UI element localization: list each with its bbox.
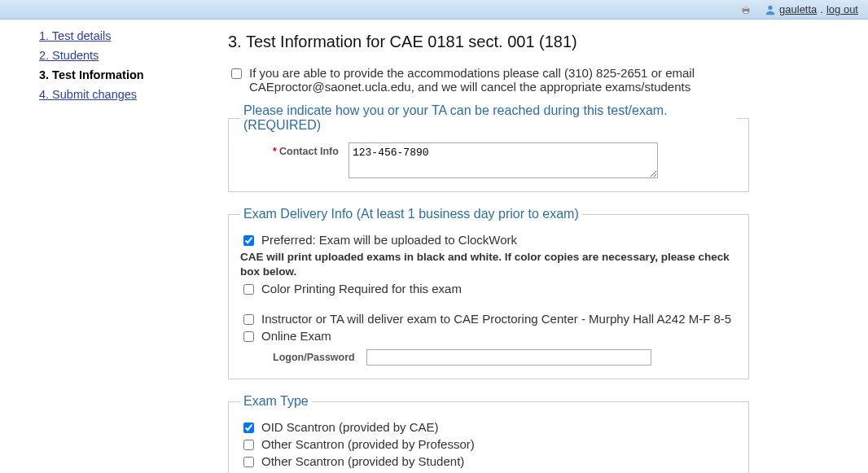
topbar: gauletta . log out	[0, 0, 868, 20]
examtype-row-2: Other Scantron (provided by Student)	[240, 454, 737, 470]
examtype-label-1: Other Scantron (provided by Professor)	[261, 437, 475, 451]
online-row: Online Exam	[240, 329, 737, 344]
contact-label: * Contact Info	[273, 142, 339, 157]
print-note: CAE will print uploaded exams in black a…	[240, 250, 737, 278]
user-separator: .	[820, 3, 823, 15]
sidebar-item-students[interactable]: 2. Students	[39, 49, 205, 62]
accommodation-checkbox[interactable]	[231, 68, 242, 79]
deliver-checkbox[interactable]	[243, 314, 254, 325]
deliver-label: Instructor or TA will deliver exam to CA…	[261, 312, 731, 326]
sidebar-item-test-details[interactable]: 1. Test details	[39, 29, 205, 42]
contact-fieldset: Please indicate how you or your TA can b…	[228, 103, 749, 192]
examtype-checkbox-2[interactable]	[243, 457, 254, 467]
accommodation-row: If you are able to provide the accommoda…	[228, 66, 749, 94]
main: 3. Test Information for CAE 0181 sect. 0…	[212, 20, 765, 473]
color-row: Color Printing Required for this exam	[240, 282, 737, 297]
logon-row: Logon/Password	[273, 349, 737, 366]
color-label: Color Printing Required for this exam	[261, 282, 462, 296]
sidebar-item-submit-changes[interactable]: 4. Submit changes	[39, 88, 205, 101]
svg-rect-2	[743, 11, 747, 13]
preferred-label: Preferred: Exam will be uploaded to Cloc…	[261, 233, 517, 247]
examtype-checkbox-1[interactable]	[243, 440, 254, 450]
examtype-label-2: Other Scantron (provided by Student)	[261, 454, 464, 468]
user-icon	[765, 4, 776, 15]
exam-type-fieldset: Exam Type OID Scantron (provided by CAE)…	[228, 394, 749, 473]
online-checkbox[interactable]	[243, 331, 254, 342]
svg-point-3	[768, 5, 772, 9]
user-area: gauletta . log out	[765, 3, 858, 15]
svg-rect-1	[743, 6, 747, 9]
examtype-label-0: OID Scantron (provided by CAE)	[261, 420, 439, 434]
color-checkbox[interactable]	[243, 284, 254, 295]
page-title: 3. Test Information for CAE 0181 sect. 0…	[228, 33, 749, 51]
contact-row: * Contact Info	[273, 142, 737, 178]
deliver-row: Instructor or TA will deliver exam to CA…	[240, 312, 737, 327]
accommodation-text: If you are able to provide the accommoda…	[249, 66, 749, 94]
printer-icon[interactable]	[740, 4, 752, 15]
logon-label: Logon/Password	[273, 352, 355, 363]
delivery-fieldset: Exam Delivery Info (At least 1 business …	[228, 207, 749, 379]
contact-legend: Please indicate how you or your TA can b…	[240, 103, 737, 133]
delivery-legend: Exam Delivery Info (At least 1 business …	[240, 207, 582, 221]
username-link[interactable]: gauletta	[779, 3, 817, 15]
examtype-row-1: Other Scantron (provided by Professor)	[240, 437, 737, 453]
examtype-checkbox-0[interactable]	[243, 423, 254, 433]
page: 1. Test details 2. Students 3. Test Info…	[0, 20, 868, 473]
online-label: Online Exam	[261, 329, 331, 343]
exam-type-legend: Exam Type	[240, 394, 312, 409]
logon-input[interactable]	[366, 349, 651, 366]
logout-link[interactable]: log out	[826, 3, 858, 15]
sidebar: 1. Test details 2. Students 3. Test Info…	[33, 20, 212, 117]
preferred-row: Preferred: Exam will be uploaded to Cloc…	[240, 233, 737, 248]
preferred-checkbox[interactable]	[243, 235, 254, 246]
sidebar-item-test-information[interactable]: 3. Test Information	[39, 68, 205, 81]
contact-input[interactable]	[349, 142, 658, 178]
examtype-row-0: OID Scantron (provided by CAE)	[240, 420, 737, 436]
